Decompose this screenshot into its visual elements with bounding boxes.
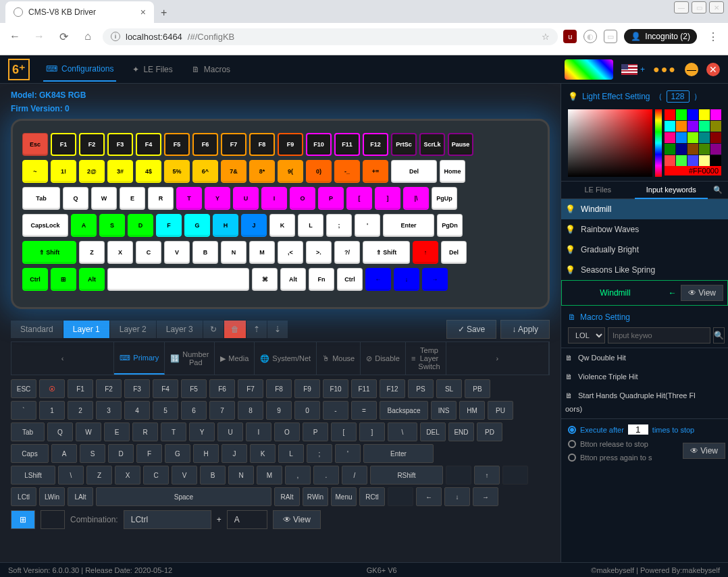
key-4[interactable]: 4$: [136, 160, 161, 183]
palette-key-\[interactable]: \: [388, 422, 417, 441]
swatch[interactable]: [710, 132, 721, 143]
key-home[interactable]: Home: [440, 160, 465, 183]
key-f8[interactable]: F8: [249, 133, 275, 156]
palette-key-G[interactable]: G: [165, 444, 190, 463]
palette-key-Caps[interactable]: Caps: [11, 444, 49, 463]
palette-key-F4[interactable]: F4: [153, 379, 178, 398]
palette-key-H[interactable]: H: [193, 444, 219, 463]
palette-key-PD[interactable]: PD: [477, 422, 502, 441]
palette-key-Backspace[interactable]: Backspace: [380, 401, 428, 420]
macro-group-select[interactable]: LOL: [568, 327, 605, 344]
macro-item[interactable]: 🗎Qw Double Hit: [561, 348, 728, 367]
swatch[interactable]: [687, 155, 698, 166]
effect-item[interactable]: 💡Rainbow Waves: [561, 219, 728, 240]
color-gradient-picker[interactable]: [568, 109, 652, 177]
swatch[interactable]: [699, 121, 710, 132]
key-a[interactable]: A: [71, 214, 97, 237]
site-info-icon[interactable]: i: [111, 32, 120, 41]
key-[interactable]: -_: [334, 160, 360, 183]
palette-key-`[interactable]: `: [11, 401, 36, 420]
palette-key-C[interactable]: C: [143, 466, 169, 485]
palette-key-P[interactable]: P: [303, 422, 328, 441]
arrow-left-icon[interactable]: ←: [669, 288, 677, 298]
key-ctrl[interactable]: Ctrl: [337, 268, 363, 291]
palette-key-F11[interactable]: F11: [351, 379, 377, 398]
tab-close-icon[interactable]: ×: [140, 7, 146, 18]
palette-key-.[interactable]: .: [313, 466, 339, 485]
key-tab[interactable]: Tab: [22, 187, 60, 210]
incognito-badge[interactable]: 👤 Incognito (2): [624, 29, 697, 44]
key-f2[interactable]: F2: [79, 133, 105, 156]
back-button[interactable]: ←: [5, 27, 24, 46]
key-[interactable]: ,<: [278, 241, 303, 264]
category-tab-templayerswitch[interactable]: ≡ Temp Layer Switch: [406, 342, 446, 375]
key-shift[interactable]: ⇑ Shift: [22, 241, 76, 264]
side-tab-lefiles[interactable]: LE Files: [561, 182, 635, 199]
nav-configurations[interactable]: ⌨ Configurations: [43, 57, 116, 82]
key-enter[interactable]: Enter: [383, 214, 434, 237]
category-tab-primary[interactable]: ⌨ Primary: [114, 342, 165, 375]
palette-key-J[interactable]: J: [222, 444, 247, 463]
key-c[interactable]: C: [136, 241, 161, 264]
ext-icon-2[interactable]: ▭: [604, 30, 617, 43]
palette-key-LCtl[interactable]: LCtl: [11, 487, 36, 506]
palette-key-F6[interactable]: F6: [209, 379, 235, 398]
palette-key-S[interactable]: S: [80, 444, 105, 463]
tab-next[interactable]: ›: [446, 342, 549, 375]
key-3[interactable]: 3#: [107, 160, 133, 183]
window-maximize[interactable]: ▭: [692, 1, 706, 13]
palette-key-blank[interactable]: [502, 466, 528, 485]
palette-key-F2[interactable]: F2: [96, 379, 122, 398]
key-ctrl[interactable]: Ctrl: [22, 268, 48, 291]
minimize-app[interactable]: —: [685, 63, 698, 76]
palette-key-⦿[interactable]: ⦿: [39, 379, 65, 398]
palette-key-RAlt[interactable]: RAlt: [274, 487, 300, 506]
key-2[interactable]: 2@: [79, 160, 105, 183]
key-esc[interactable]: Esc: [22, 133, 48, 156]
palette-key-5[interactable]: 5: [153, 401, 178, 420]
ublock-icon[interactable]: u: [563, 30, 577, 43]
apply-button[interactable]: ↓ Apply: [500, 320, 550, 339]
home-button[interactable]: ⌂: [78, 27, 97, 46]
palette-key-DEL[interactable]: DEL: [420, 422, 446, 441]
flag-us-icon[interactable]: [621, 64, 638, 75]
palette-key-,[interactable]: ,: [285, 466, 311, 485]
palette-key-\[interactable]: \: [58, 466, 84, 485]
key-f5[interactable]: F5: [164, 133, 190, 156]
palette-key-LWin[interactable]: LWin: [39, 487, 65, 506]
palette-key-8[interactable]: 8: [238, 401, 263, 420]
palette-key-F8[interactable]: F8: [266, 379, 292, 398]
macro-search-icon[interactable]: 🔍: [713, 327, 725, 344]
key-u[interactable]: U: [233, 187, 259, 210]
palette-key-ESC[interactable]: ESC: [11, 379, 36, 398]
key-d[interactable]: D: [128, 214, 153, 237]
key-f7[interactable]: F7: [221, 133, 246, 156]
palette-key-F1[interactable]: F1: [68, 379, 93, 398]
layer-upload[interactable]: ⇡: [246, 321, 267, 338]
exec-view-button[interactable]: 👁 View: [683, 443, 725, 459]
layer-tab-2[interactable]: Layer 2: [110, 321, 157, 338]
url-bar[interactable]: i localhost:6464/#/ConfigKB ☆: [103, 28, 558, 45]
palette-key-Enter[interactable]: Enter: [363, 444, 434, 463]
browser-menu[interactable]: ⋮: [704, 27, 723, 46]
search-icon[interactable]: 🔍: [708, 182, 728, 199]
key-pgdn[interactable]: PgDn: [437, 214, 463, 237]
palette-key-F[interactable]: F: [136, 444, 162, 463]
add-lang-button[interactable]: +: [640, 65, 645, 74]
palette-key-V[interactable]: V: [172, 466, 197, 485]
macro-item[interactable]: 🗎Start Hands Quadruple Hit(Three Fl: [561, 386, 728, 405]
key-1[interactable]: 1!: [51, 160, 76, 183]
palette-key-SL[interactable]: SL: [436, 379, 462, 398]
key-[interactable]: ↑: [413, 241, 438, 264]
palette-key-3[interactable]: 3: [96, 401, 122, 420]
key-v[interactable]: V: [164, 241, 190, 264]
side-tab-keywords[interactable]: Input keywords: [635, 182, 708, 199]
key-[interactable]: [: [346, 187, 372, 210]
palette-key-[[interactable]: [: [331, 422, 357, 441]
palette-key-RWin[interactable]: RWin: [303, 487, 328, 506]
combo-view-button[interactable]: 👁 View: [273, 510, 321, 529]
key-pause[interactable]: Pause: [448, 133, 473, 156]
palette-key-6[interactable]: 6: [181, 401, 207, 420]
layer-tab-3[interactable]: Layer 3: [157, 321, 203, 338]
key-[interactable]: ]: [375, 187, 400, 210]
